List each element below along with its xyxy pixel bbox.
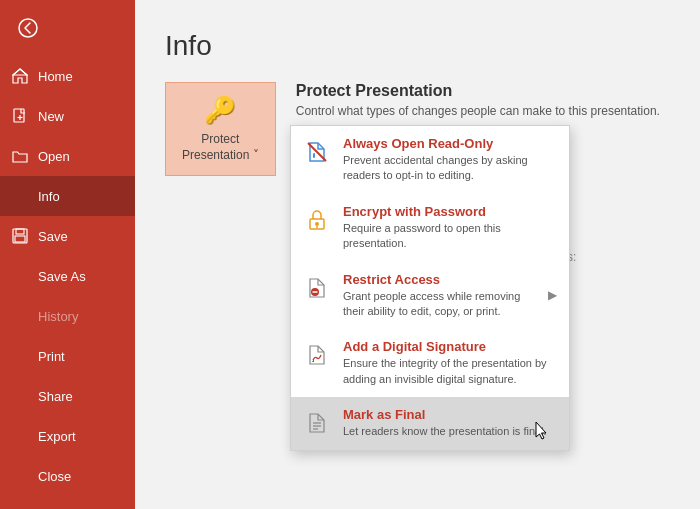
signature-text: Add a Digital Signature Ensure the integ…: [343, 339, 557, 387]
restrict-text: Restrict Access Grant people access whil…: [343, 272, 536, 320]
sidebar-item-new[interactable]: New: [0, 96, 135, 136]
dropdown-item-mark-as-final[interactable]: Mark as Final Let readers know the prese…: [291, 397, 569, 449]
sidebar-item-home-label: Home: [38, 69, 73, 84]
sidebar-item-close[interactable]: Close: [0, 456, 135, 496]
export-icon: [12, 428, 28, 444]
read-only-icon: [303, 138, 331, 166]
main-content: Info 🔑 Protect Presentation ˅ Protect Pr…: [135, 0, 700, 509]
save-icon: [12, 228, 28, 244]
dropdown-item-always-read-only[interactable]: Always Open Read-Only Prevent accidental…: [291, 126, 569, 194]
sidebar-item-export-label: Export: [38, 429, 76, 444]
sidebar-item-export[interactable]: Export: [0, 416, 135, 456]
sidebar-item-open-label: Open: [38, 149, 70, 164]
sidebar-item-saveas-label: Save As: [38, 269, 86, 284]
sidebar-item-print-label: Print: [38, 349, 65, 364]
svg-rect-7: [15, 236, 25, 242]
print-icon: [12, 348, 28, 364]
restrict-arrow-icon: ▶: [548, 288, 557, 302]
dropdown-item-digital-signature[interactable]: Add a Digital Signature Ensure the integ…: [291, 329, 569, 397]
svg-marker-1: [13, 69, 27, 75]
protect-icon: 🔑: [204, 95, 236, 126]
sidebar-item-history-label: History: [38, 309, 78, 324]
page-title: Info: [165, 30, 670, 62]
svg-point-0: [19, 19, 37, 37]
encrypt-text: Encrypt with Password Require a password…: [343, 204, 557, 252]
sidebar-item-new-label: New: [38, 109, 64, 124]
history-icon: [12, 308, 28, 324]
signature-icon: [303, 341, 331, 369]
sidebar-item-print[interactable]: Print: [0, 336, 135, 376]
protect-dropdown-menu: Always Open Read-Only Prevent accidental…: [290, 125, 570, 451]
read-only-text: Always Open Read-Only Prevent accidental…: [343, 136, 557, 184]
dropdown-item-restrict-access[interactable]: Restrict Access Grant people access whil…: [291, 262, 569, 330]
share-icon: [12, 388, 28, 404]
sidebar-item-info-label: Info: [38, 189, 60, 204]
mark-final-text: Mark as Final Let readers know the prese…: [343, 407, 547, 439]
protect-heading: Protect Presentation: [296, 82, 670, 100]
protect-description: Protect Presentation Control what types …: [296, 82, 670, 118]
sidebar-item-share-label: Share: [38, 389, 73, 404]
sidebar-item-share[interactable]: Share: [0, 376, 135, 416]
sidebar-item-saveas[interactable]: Save As: [0, 256, 135, 296]
sidebar: Home New Open Info: [0, 0, 135, 509]
encrypt-icon: [303, 206, 331, 234]
back-button[interactable]: [8, 8, 48, 48]
home-icon: [12, 68, 28, 84]
svg-rect-2: [14, 109, 24, 122]
sidebar-item-home[interactable]: Home: [0, 56, 135, 96]
restrict-icon: [303, 274, 331, 302]
protect-presentation-button[interactable]: 🔑 Protect Presentation ˅: [165, 82, 276, 176]
sidebar-item-close-label: Close: [38, 469, 71, 484]
protect-btn-label: Protect Presentation ˅: [182, 132, 259, 163]
svg-rect-6: [16, 229, 24, 234]
sidebar-item-history: History: [0, 296, 135, 336]
mark-final-icon: [303, 409, 331, 437]
open-icon: [12, 148, 28, 164]
info-icon: [12, 188, 28, 204]
close-icon: [12, 468, 28, 484]
svg-point-10: [315, 222, 319, 226]
sidebar-item-save-label: Save: [38, 229, 68, 244]
saveas-icon: [12, 268, 28, 284]
sidebar-item-save[interactable]: Save: [0, 216, 135, 256]
protect-desc-text: Control what types of changes people can…: [296, 104, 670, 118]
new-icon: [12, 108, 28, 124]
sidebar-item-open[interactable]: Open: [0, 136, 135, 176]
dropdown-item-encrypt-password[interactable]: Encrypt with Password Require a password…: [291, 194, 569, 262]
sidebar-item-info[interactable]: Info: [0, 176, 135, 216]
